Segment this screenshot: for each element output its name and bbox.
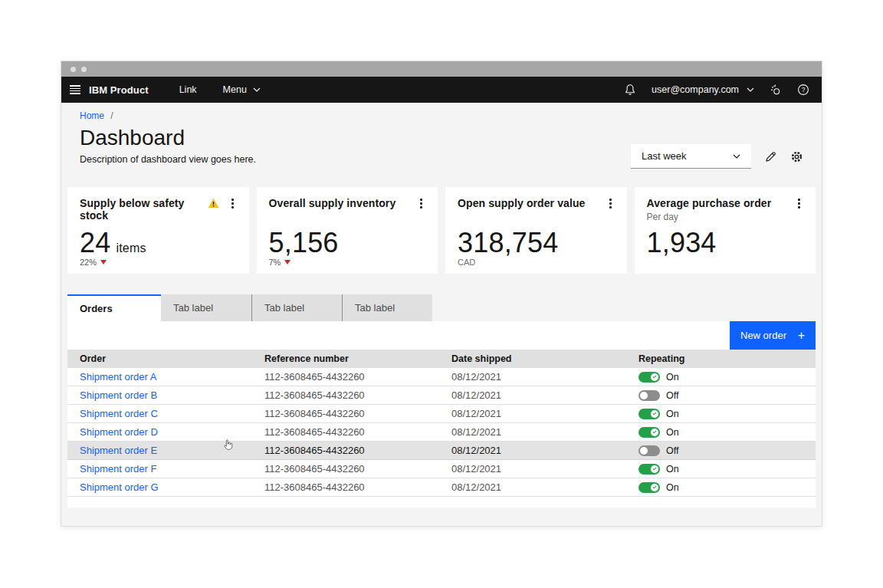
reference-cell: 112-3608465-4432260 — [264, 389, 451, 401]
table-row[interactable]: Shipment order G 112-3608465-4432260 08/… — [67, 478, 816, 497]
kebab-menu-icon[interactable] — [417, 197, 425, 210]
tab-bar: Orders Tab label Tab label Tab label — [67, 294, 816, 321]
card-title: Overall supply inventory — [269, 197, 396, 209]
breadcrumb: Home / — [80, 110, 803, 121]
tab-label-1[interactable]: Tab label — [161, 294, 251, 321]
app-window: IBM Product Link Menu user@company.com — [61, 61, 822, 526]
window-control-dot[interactable] — [71, 67, 76, 72]
card-open-supply-order-value: Open supply order value 318,754 CAD — [445, 187, 627, 274]
kebab-menu-icon[interactable] — [228, 197, 237, 210]
order-link[interactable]: Shipment order B — [80, 389, 157, 401]
toggle-label: Off — [666, 445, 678, 456]
reference-cell: 112-3608465-4432260 — [264, 481, 451, 493]
card-caption: CAD — [458, 258, 475, 267]
page-content: Home / Dashboard Description of dashboar… — [61, 103, 822, 526]
repeating-toggle[interactable] — [638, 372, 660, 383]
new-order-button[interactable]: New order + — [730, 321, 816, 350]
gear-icon[interactable] — [789, 149, 803, 163]
period-dropdown[interactable]: Last week — [631, 144, 751, 169]
tab-label-2[interactable]: Tab label — [251, 294, 342, 321]
page-title: Dashboard — [80, 126, 256, 150]
repeating-toggle[interactable] — [638, 445, 660, 456]
table-row[interactable]: Shipment order C 112-3608465-4432260 08/… — [67, 405, 816, 423]
card-delta: 7% — [269, 258, 281, 267]
breadcrumb-home-link[interactable]: Home — [80, 110, 104, 121]
table-row[interactable]: Shipment order F 112-3608465-4432260 08/… — [67, 460, 816, 478]
caret-down-icon — [100, 260, 107, 264]
bell-icon[interactable] — [624, 84, 636, 96]
reference-cell: 112-3608465-4432260 — [264, 408, 451, 419]
reference-cell: 112-3608465-4432260 — [264, 463, 451, 475]
product-name: IBM Product — [89, 84, 149, 96]
help-icon[interactable]: ? — [797, 84, 809, 96]
date-cell: 08/12/2021 — [451, 408, 638, 419]
card-supply-below-safety-stock: Supply below safety stock 24 — [67, 187, 249, 274]
date-cell: 08/12/2021 — [451, 481, 638, 493]
date-cell: 08/12/2021 — [451, 463, 638, 475]
column-header-date[interactable]: Date shipped — [451, 353, 638, 364]
card-title: Supply below safety stock — [80, 197, 208, 222]
column-header-repeating[interactable]: Repeating — [638, 353, 816, 364]
chevron-down-icon — [747, 87, 754, 92]
breadcrumb-separator: / — [110, 110, 113, 121]
toggle-label: Off — [666, 390, 678, 401]
column-header-reference[interactable]: Reference number — [264, 353, 451, 364]
toggle-label: On — [666, 372, 679, 383]
date-cell: 08/12/2021 — [451, 389, 638, 401]
toggle-label: On — [666, 409, 679, 419]
repeating-toggle[interactable] — [638, 390, 660, 401]
metric-cards: Supply below safety stock 24 — [67, 187, 816, 274]
reference-cell: 112-3608465-4432260 — [264, 371, 451, 383]
card-title: Average purchase order — [647, 197, 772, 209]
warning-icon — [208, 198, 219, 209]
order-link[interactable]: Shipment order C — [80, 408, 158, 419]
pencil-icon[interactable] — [763, 149, 777, 163]
user-email: user@company.com — [652, 84, 739, 95]
card-value: 1,934 — [647, 227, 717, 259]
tab-label-3[interactable]: Tab label — [342, 294, 432, 321]
user-menu[interactable]: user@company.com — [652, 84, 754, 95]
repeating-toggle[interactable] — [638, 427, 660, 438]
svg-text:?: ? — [802, 86, 806, 94]
repeating-toggle[interactable] — [638, 409, 660, 419]
toggle-label: On — [666, 464, 679, 475]
card-value: 5,156 — [269, 227, 339, 259]
repeating-toggle[interactable] — [638, 464, 660, 475]
column-header-order[interactable]: Order — [80, 353, 264, 364]
plus-icon: + — [798, 330, 805, 342]
card-value: 318,754 — [458, 227, 559, 259]
table-row[interactable]: Shipment order D 112-3608465-4432260 08/… — [67, 423, 816, 442]
page-description: Description of dashboard view goes here. — [80, 154, 256, 165]
toggle-label: On — [666, 427, 679, 438]
table-row-hovered[interactable]: Shipment order E 112-3608465-4432260 08/… — [67, 442, 816, 460]
order-link[interactable]: Shipment order D — [80, 426, 158, 438]
reference-cell: 112-3608465-4432260 — [264, 426, 451, 438]
order-link[interactable]: Shipment order F — [80, 463, 156, 475]
reference-cell: 112-3608465-4432260 — [264, 445, 451, 456]
app-header: IBM Product Link Menu user@company.com — [61, 77, 822, 103]
card-unit: items — [116, 241, 146, 255]
order-link[interactable]: Shipment order G — [80, 481, 159, 493]
window-control-dot[interactable] — [81, 67, 87, 72]
caret-down-icon — [284, 260, 291, 264]
order-link[interactable]: Shipment order E — [80, 445, 157, 456]
kebab-menu-icon[interactable] — [606, 197, 615, 210]
tab-orders[interactable]: Orders — [67, 294, 161, 321]
toggle-label: On — [666, 482, 679, 493]
window-title-bar — [61, 61, 822, 77]
period-dropdown-value: Last week — [642, 150, 687, 162]
repeating-toggle[interactable] — [638, 482, 660, 493]
card-subtitle: Per day — [647, 212, 772, 222]
kebab-menu-icon[interactable] — [795, 197, 803, 210]
nav-link[interactable]: Link — [179, 84, 197, 95]
date-cell: 08/12/2021 — [451, 371, 638, 383]
idea-icon[interactable] — [770, 84, 782, 96]
order-link[interactable]: Shipment order A — [80, 371, 156, 383]
hamburger-menu-icon[interactable] — [61, 77, 89, 103]
table-row[interactable]: Shipment order B 112-3608465-4432260 08/… — [67, 386, 816, 405]
chevron-down-icon — [733, 154, 740, 159]
table-header-row: Order Reference number Date shipped Repe… — [67, 350, 816, 368]
table-row[interactable]: Shipment order A 112-3608465-4432260 08/… — [67, 368, 816, 386]
orders-panel: New order + Order Reference number Date … — [67, 321, 816, 508]
nav-menu[interactable]: Menu — [223, 84, 261, 95]
